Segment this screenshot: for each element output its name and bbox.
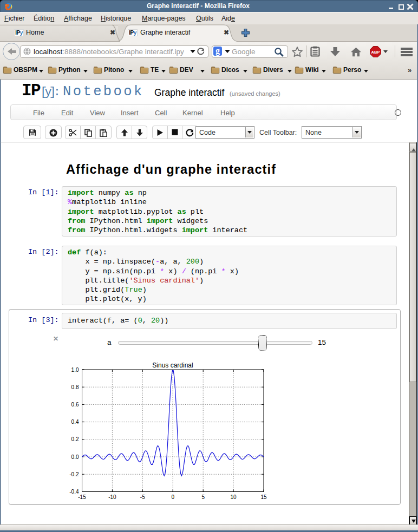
svg-text:0.6: 0.6 [71,402,79,408]
svg-text:Sinus cardinal: Sinus cardinal [152,362,193,369]
svg-text:ABP: ABP [371,50,380,55]
svg-text:0: 0 [171,494,174,500]
svg-text:10: 10 [231,494,237,500]
svg-text:-5: -5 [140,494,145,500]
svg-text:5: 5 [201,494,205,500]
svg-text:1.0: 1.0 [71,367,79,373]
svg-text:0.0: 0.0 [71,454,79,460]
svg-text:0.4: 0.4 [71,419,79,425]
svg-text:15: 15 [260,494,267,500]
svg-text:-0.4: -0.4 [69,489,79,495]
svg-text:-15: -15 [78,494,86,500]
svg-text:0.2: 0.2 [71,436,79,442]
svg-text:0.8: 0.8 [71,384,79,390]
svg-text:-10: -10 [108,494,116,500]
svg-text:-0.2: -0.2 [69,471,79,477]
